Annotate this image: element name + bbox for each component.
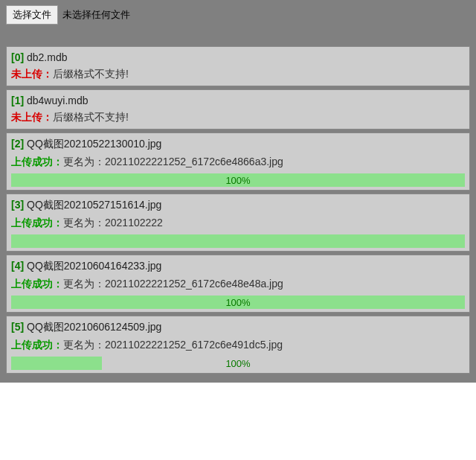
progress-percent-label: 100%	[225, 297, 250, 308]
upload-item-filename: QQ截图20210604164233.jpg	[27, 260, 161, 272]
upload-item-index: [1]	[11, 95, 24, 106]
status-fail-label: 未上传：	[11, 68, 53, 80]
upload-item-status-row: 上传成功：更名为：20211022221252_6172c6e491dc5.jp…	[11, 339, 465, 354]
upload-item-index: [4]	[11, 260, 24, 272]
upload-item: [1] db4wuyi.mdb未上传：后缀格式不支持!	[6, 89, 470, 130]
progress-bar-container: 100%	[11, 173, 465, 187]
progress-bar-fill	[11, 234, 465, 248]
upload-item-filename: QQ截图20210522130010.jpg	[27, 138, 161, 150]
upload-item-status-row: 未上传：后缀格式不支持!	[11, 68, 465, 83]
upload-item-header: [0] db2.mdb	[11, 51, 465, 68]
upload-item-index: [3]	[11, 199, 24, 211]
file-picker-bar: 选择文件 未选择任何文件	[0, 0, 476, 30]
choose-file-button[interactable]: 选择文件	[6, 5, 58, 25]
upload-item-message: 后缀格式不支持!	[53, 111, 129, 123]
status-fail-label: 未上传：	[11, 111, 53, 123]
upload-item-message: 后缀格式不支持!	[53, 68, 129, 80]
upload-item-status-row: 上传成功：更名为：20211022221252_6172c6e4866a3.jp…	[11, 156, 465, 170]
upload-item-header: [1] db4wuyi.mdb	[11, 95, 465, 111]
upload-item-message: 更名为：20211022221252_6172c6e48e48a.jpg	[63, 278, 283, 290]
progress-bar-container	[11, 234, 465, 248]
status-success-label: 上传成功：	[11, 217, 63, 229]
upload-item: [5] QQ截图20210606124509.jpg上传成功：更名为：20211…	[6, 316, 470, 374]
upload-item-message: 更名为：20211022221252_6172c6e4866a3.jpg	[63, 156, 283, 167]
progress-percent-label: 100%	[225, 175, 250, 186]
upload-item-status-row: 上传成功：更名为：20211022221252_6172c6e48e48a.jp…	[11, 278, 465, 293]
upload-item-filename: db2.mdb	[27, 51, 67, 63]
upload-item-filename: QQ截图20210527151614.jpg	[27, 199, 161, 211]
upload-item-index: [0]	[11, 51, 24, 63]
status-success-label: 上传成功：	[11, 339, 63, 351]
upload-item-header: [5] QQ截图20210606124509.jpg	[11, 321, 465, 339]
upload-item-header: [4] QQ截图20210604164233.jpg	[11, 260, 465, 278]
progress-bar-container: 100%	[11, 296, 465, 309]
upload-item-filename: QQ截图20210606124509.jpg	[27, 321, 161, 333]
upload-list: [0] db2.mdb未上传：后缀格式不支持![1] db4wuyi.mdb未上…	[0, 30, 476, 383]
progress-bar-container: 100%	[11, 357, 465, 370]
upload-item: [2] QQ截图20210522130010.jpg上传成功：更名为：20211…	[6, 132, 470, 191]
upload-item-message: 更名为：20211022221252_6172c6e491dc5.jpg	[63, 339, 283, 351]
no-file-selected-label: 未选择任何文件	[62, 8, 130, 22]
upload-item-index: [5]	[11, 321, 24, 333]
progress-bar-fill	[11, 357, 102, 370]
upload-item-index: [2]	[11, 138, 24, 150]
progress-percent-label: 100%	[225, 358, 250, 369]
upload-item: [4] QQ截图20210604164233.jpg上传成功：更名为：20211…	[6, 255, 470, 313]
upload-item-status-row: 未上传：后缀格式不支持!	[11, 111, 465, 126]
upload-item-filename: db4wuyi.mdb	[27, 95, 89, 106]
upload-item-header: [3] QQ截图20210527151614.jpg	[11, 199, 465, 217]
upload-item: [0] db2.mdb未上传：后缀格式不支持!	[6, 46, 470, 86]
upload-item-message: 更名为：2021102222	[63, 217, 163, 229]
upload-panel: 选择文件 未选择任何文件 [0] db2.mdb未上传：后缀格式不支持![1] …	[0, 0, 476, 383]
upload-item: [3] QQ截图20210527151614.jpg上传成功：更名为：20211…	[6, 194, 470, 252]
upload-item-header: [2] QQ截图20210522130010.jpg	[11, 138, 465, 156]
page-root: 选择文件 未选择任何文件 [0] db2.mdb未上传：后缀格式不支持![1] …	[0, 0, 476, 383]
upload-item-status-row: 上传成功：更名为：2021102222	[11, 217, 465, 231]
status-success-label: 上传成功：	[11, 278, 63, 290]
status-success-label: 上传成功：	[11, 156, 63, 167]
